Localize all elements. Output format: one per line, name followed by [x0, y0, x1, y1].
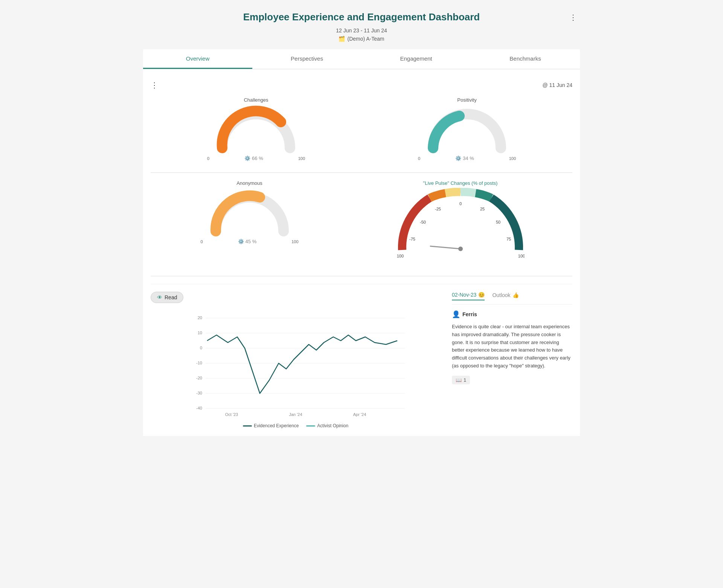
svg-line-0 — [430, 246, 461, 249]
positivity-min: 0 — [418, 156, 420, 161]
svg-text:-10: -10 — [196, 361, 202, 365]
section-options-button[interactable]: ⋮ — [151, 81, 158, 90]
svg-text:-40: -40 — [196, 406, 202, 410]
svg-text:75: 75 — [506, 237, 511, 241]
commentary-author: 👤 Ferris — [452, 310, 572, 318]
commentary-panel: 02-Nov-23 😊 Outlook 👍 👤 Ferris Evidence … — [452, 292, 572, 428]
eye-icon: 👁 — [157, 294, 162, 300]
anonymous-gauge-svg — [208, 188, 291, 237]
tab-emoji-2: 👍 — [513, 292, 519, 298]
book-badge: 📖 1 — [452, 376, 470, 384]
page-title: Employee Experience and Engagement Dashb… — [143, 11, 580, 23]
anonymous-min: 0 — [201, 239, 203, 244]
anonymous-gauge: Anonymous 0 ⚙️ 45 % 100 — [197, 180, 302, 265]
positivity-gauge-svg — [426, 105, 508, 154]
section-header: ⋮ @ 11 Jun 24 — [151, 77, 572, 97]
challenges-gauge-svg — [215, 105, 297, 154]
svg-text:-20: -20 — [196, 376, 202, 380]
anonymous-label: Anonymous — [197, 180, 302, 186]
commentary-tabs: 02-Nov-23 😊 Outlook 👍 — [452, 292, 572, 305]
svg-text:Jan '24: Jan '24 — [289, 412, 302, 417]
section-divider — [151, 172, 572, 173]
chart-area: 👁 Read 20 10 0 -10 — [151, 292, 441, 428]
team-emoji: 🗂️ — [339, 36, 345, 42]
read-button[interactable]: 👁 Read — [151, 292, 183, 303]
second-row: Anonymous 0 ⚙️ 45 % 100 "Live Pulse" Cha… — [151, 180, 572, 265]
book-icon: 📖 — [456, 377, 462, 383]
svg-text:Oct '23: Oct '23 — [225, 412, 238, 417]
anonymous-percent: ⚙️ 45 % — [238, 239, 257, 244]
svg-point-1 — [458, 247, 463, 251]
tab-perspectives[interactable]: Perspectives — [252, 49, 362, 69]
svg-text:0: 0 — [200, 346, 202, 350]
live-pulse-svg: -100 -75 -50 -25 0 25 50 75 100 — [397, 188, 525, 263]
svg-text:-75: -75 — [409, 237, 415, 241]
svg-text:-30: -30 — [196, 391, 202, 395]
svg-text:25: 25 — [480, 207, 484, 211]
svg-text:20: 20 — [198, 315, 202, 320]
svg-text:50: 50 — [496, 220, 500, 224]
chart-legend: Evidenced Experience Activist Opinion — [151, 423, 441, 428]
legend-evidenced: Evidenced Experience — [243, 423, 299, 428]
svg-text:10: 10 — [198, 331, 202, 335]
svg-text:-50: -50 — [420, 220, 426, 224]
svg-text:-25: -25 — [435, 207, 441, 211]
nav-tabs: Overview Perspectives Engagement Benchma… — [143, 49, 580, 69]
team-label: 🗂️ (Demo) A-Team — [143, 36, 580, 42]
svg-text:-100: -100 — [397, 254, 404, 258]
positivity-max: 100 — [509, 156, 516, 161]
main-content: ⋮ @ 11 Jun 24 Challenges 0 ⚙️ 66 % — [143, 69, 580, 436]
live-pulse-title: "Live Pulse" Changes (% of posts) — [395, 180, 526, 186]
read-divider — [151, 276, 572, 276]
challenges-min: 0 — [207, 156, 209, 161]
commentary-text: Evidence is quite clear - our internal t… — [452, 323, 572, 370]
svg-text:Apr '24: Apr '24 — [353, 412, 366, 417]
challenges-gauge: Challenges 0 ⚙️ 66 % 100 — [203, 97, 309, 161]
positivity-label: Positivity — [414, 97, 520, 103]
positivity-gauge: Positivity 0 ⚙️ 34 % 100 — [414, 97, 520, 161]
tab-overview[interactable]: Overview — [143, 49, 252, 69]
svg-text:100: 100 — [518, 254, 524, 258]
commentary-tab-outlook[interactable]: Outlook 👍 — [492, 292, 519, 300]
gauge-row-1: Challenges 0 ⚙️ 66 % 100 Posit — [151, 97, 572, 161]
tab-emoji-1: 😊 — [478, 292, 485, 298]
legend-activist: Activist Opinion — [306, 423, 348, 428]
svg-text:0: 0 — [459, 201, 461, 206]
live-pulse-gauge: "Live Pulse" Changes (% of posts) — [395, 180, 526, 265]
page-header: Employee Experience and Engagement Dashb… — [143, 11, 580, 42]
tab-benchmarks[interactable]: Benchmarks — [471, 49, 580, 69]
commentary-tab-nov[interactable]: 02-Nov-23 😊 — [452, 292, 485, 300]
author-icon: 👤 — [452, 310, 460, 318]
read-section: 👁 Read 20 10 0 -10 — [151, 284, 572, 428]
challenges-label: Challenges — [203, 97, 309, 103]
tab-engagement[interactable]: Engagement — [362, 49, 471, 69]
date-range: 12 Jun 23 - 11 Jun 24 — [143, 27, 580, 34]
positivity-percent: ⚙️ 34 % — [455, 155, 474, 161]
challenges-percent: ⚙️ 66 % — [244, 155, 263, 161]
challenges-max: 100 — [298, 156, 305, 161]
anonymous-max: 100 — [291, 239, 298, 244]
section-date: @ 11 Jun 24 — [542, 82, 572, 88]
options-menu-button[interactable]: ⋮ — [566, 11, 580, 23]
line-chart: 20 10 0 -10 -20 -30 -40 Oct '23 Jan '24 … — [151, 307, 441, 420]
